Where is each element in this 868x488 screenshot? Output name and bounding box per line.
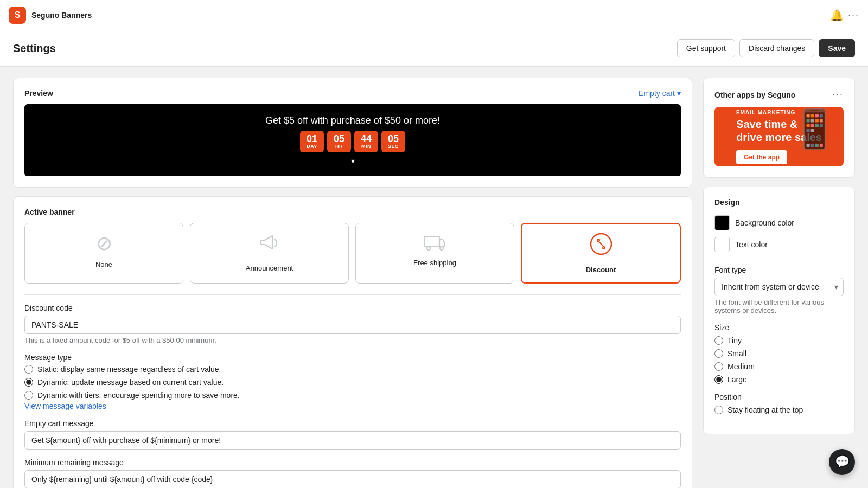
message-type-static-radio[interactable] (24, 365, 33, 374)
discount-code-label: Discount code (24, 304, 681, 312)
size-large-radio[interactable] (714, 375, 723, 384)
svg-point-2 (440, 247, 443, 250)
banner-expand-icon[interactable]: ▾ (351, 157, 355, 165)
design-card: Design Background color Text color Font … (703, 187, 855, 434)
message-type-tiers-radio[interactable] (24, 391, 33, 400)
none-icon: ⊘ (96, 232, 112, 255)
svg-point-1 (427, 247, 430, 250)
active-banner-title: Active banner (24, 208, 681, 216)
app-logo: S (9, 7, 26, 24)
position-section: Position Stay floating at the top (714, 393, 844, 414)
view-message-variables-link[interactable]: View message variables (24, 402, 106, 410)
preview-banner: Get $5 off with purchase of $50 or more!… (24, 104, 681, 176)
position-label: Position (714, 393, 844, 401)
preview-label: Preview (24, 89, 53, 98)
font-type-select[interactable]: Inherit from system or device Arial Geor… (714, 278, 844, 296)
page-header-actions: Get support Discard changes Save (677, 39, 855, 57)
banner-type-grid: ⊘ None Announcement Free shipping (24, 223, 681, 284)
empty-cart-input[interactable] (24, 431, 681, 450)
banner-type-discount-label: Discount (586, 266, 616, 274)
notifications-icon[interactable]: 🔔 (830, 9, 844, 22)
topbar-left: S Seguno Banners (9, 7, 92, 24)
position-floating-radio[interactable] (714, 406, 723, 414)
discount-code-hint: This is a fixed amount code for $5 off w… (24, 336, 681, 344)
size-options: Tiny Small Medium Large (714, 336, 844, 384)
seguno-ad-banner[interactable]: EMAIL MARKETING Save time &drive more sa… (714, 107, 844, 166)
svg-rect-0 (424, 236, 439, 246)
size-medium-radio[interactable] (714, 362, 723, 371)
background-color-row: Background color (714, 215, 844, 230)
font-type-hint: The font will be different for various s… (714, 298, 844, 314)
discard-changes-button[interactable]: Discard changes (739, 39, 814, 57)
background-color-label: Background color (735, 219, 794, 227)
main-content: Preview Empty cart ▾ Get $5 off with pur… (0, 67, 868, 488)
other-apps-more-icon[interactable]: ··· (832, 89, 844, 100)
message-type-label: Message type (24, 353, 681, 362)
discount-icon (590, 233, 612, 260)
other-apps-card: Other apps by Seguno ··· EMAIL MARKETING… (703, 78, 855, 178)
app-name: Seguno Banners (31, 11, 92, 20)
discount-code-section: Discount code This is a fixed amount cod… (24, 304, 681, 344)
preview-banner-text: Get $5 off with purchase of $50 or more! (265, 115, 440, 126)
size-large[interactable]: Large (714, 375, 844, 384)
announcement-icon (259, 232, 280, 259)
banner-type-free-shipping-label: Free shipping (413, 259, 456, 267)
chat-button[interactable]: 💬 (829, 449, 855, 475)
banner-type-none[interactable]: ⊘ None (24, 223, 183, 284)
free-shipping-icon (423, 232, 447, 253)
text-color-label: Text color (735, 240, 768, 249)
font-type-label: Font type (714, 266, 844, 274)
left-panel: Preview Empty cart ▾ Get $5 off with pur… (13, 78, 692, 488)
min-remaining-label: Minimum remaining message (24, 458, 681, 467)
message-type-static[interactable]: Static: display same message regardless … (24, 365, 681, 374)
message-type-section: Message type Static: display same messag… (24, 353, 681, 410)
size-label: Size (714, 323, 844, 332)
size-tiny-radio[interactable] (714, 336, 723, 345)
font-type-section: Font type Inherit from system or device … (714, 266, 844, 314)
size-medium[interactable]: Medium (714, 362, 844, 371)
font-type-select-wrapper: Inherit from system or device Arial Geor… (714, 278, 844, 296)
position-options: Stay floating at the top (714, 406, 844, 414)
preview-timer: 01 DAY 05 HR 44 MIN 05 SEC (300, 131, 405, 152)
size-tiny[interactable]: Tiny (714, 336, 844, 345)
seguno-ad-phone-icon: 📱 (791, 107, 838, 151)
banner-type-free-shipping[interactable]: Free shipping (355, 223, 514, 284)
min-remaining-input[interactable] (24, 470, 681, 488)
topbar: S Seguno Banners 🔔 ··· (0, 0, 868, 30)
size-small[interactable]: Small (714, 349, 844, 358)
size-section: Size Tiny Small Medium (714, 323, 844, 384)
other-apps-title: Other apps by Seguno (714, 91, 795, 99)
banner-type-announcement-label: Announcement (246, 264, 293, 272)
empty-cart-label: Empty cart message (24, 419, 681, 428)
save-button[interactable]: Save (819, 39, 855, 57)
preview-card: Preview Empty cart ▾ Get $5 off with pur… (13, 78, 692, 188)
design-title: Design (714, 198, 844, 207)
preview-cart-button[interactable]: Empty cart ▾ (639, 89, 681, 98)
message-type-options: Static: display same message regardless … (24, 365, 681, 400)
message-type-dynamic-radio[interactable] (24, 378, 33, 387)
position-floating[interactable]: Stay floating at the top (714, 406, 844, 414)
chevron-down-icon: ▾ (677, 89, 681, 98)
get-support-button[interactable]: Get support (677, 39, 735, 57)
banner-type-announcement[interactable]: Announcement (190, 223, 349, 284)
page-title: Settings (13, 42, 56, 55)
min-remaining-section: Minimum remaining message (24, 458, 681, 488)
message-type-dynamic[interactable]: Dynamic: update message based on current… (24, 378, 681, 387)
seguno-ad-cta[interactable]: Get the app (736, 150, 787, 164)
discount-code-input[interactable] (24, 316, 681, 334)
message-type-dynamic-tiers[interactable]: Dynamic with tiers: encourage spending m… (24, 391, 681, 400)
timer-min: 44 MIN (354, 131, 378, 152)
timer-day: 01 DAY (300, 131, 324, 152)
page-header: Settings Get support Discard changes Sav… (0, 30, 868, 67)
more-menu-icon[interactable]: ··· (848, 9, 859, 21)
banner-type-none-label: None (95, 260, 112, 268)
other-apps-header: Other apps by Seguno ··· (714, 89, 844, 100)
banner-type-discount[interactable]: Discount (521, 223, 681, 284)
text-color-swatch[interactable] (714, 237, 730, 252)
chat-icon: 💬 (835, 455, 850, 469)
text-color-row: Text color (714, 237, 844, 252)
right-panel: Other apps by Seguno ··· EMAIL MARKETING… (703, 78, 855, 488)
background-color-swatch[interactable] (714, 215, 730, 230)
size-small-radio[interactable] (714, 349, 723, 358)
timer-sec: 05 SEC (381, 131, 405, 152)
